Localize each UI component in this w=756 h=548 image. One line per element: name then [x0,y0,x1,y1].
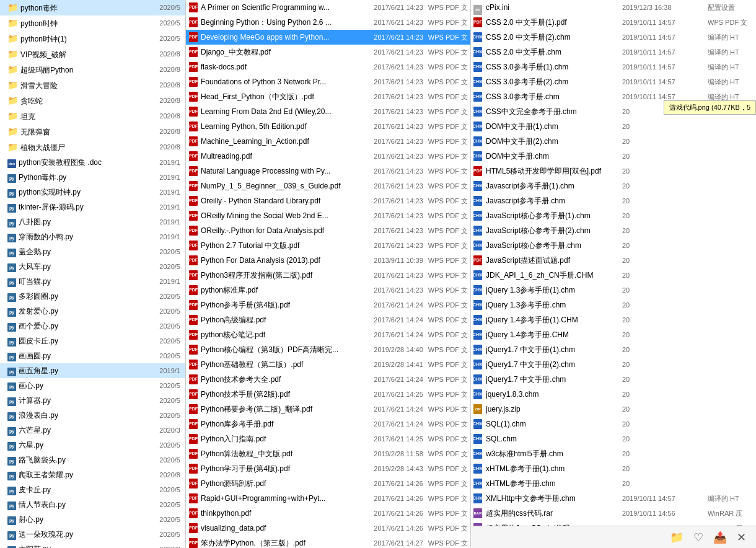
left-list-item[interactable]: py六星.py2020/5 [0,438,185,453]
right-file-row[interactable]: CHMDOM中文手册(1).chm20 [471,119,756,134]
mid-file-row[interactable]: PDFPython技术手册(第2版).pdf2017/6/21 14:25WPS… [186,387,470,402]
mid-file-row[interactable]: PDFA Primer on Scientfic Programming w..… [186,0,470,15]
left-list-item[interactable]: py画心.py2020/5 [0,378,185,393]
right-file-row[interactable]: CHMCSS 3.0参考手册(2).chm2019/10/11 14:57编译的… [471,74,756,89]
right-file-row[interactable]: CHMxHTML参考手册.chm20 [471,476,756,491]
left-list-item[interactable]: py射心.py2020/5 [0,512,185,527]
left-list-item[interactable]: py六芒星.py2020/3 [0,423,185,438]
left-list-item[interactable]: py大风车.py2020/5 [0,259,185,274]
left-list-item[interactable]: 📁植物大战僵尸2020/8 [0,139,185,155]
left-list-item[interactable]: 📁python毒炸2020/5 [0,0,185,15]
mid-file-row[interactable]: PDFflask-docs.pdf2017/6/21 14:23WPS PDF … [186,60,470,74]
mid-file-row[interactable]: PDFthinkpython.pdf2017/6/21 14:26WPS PDF… [186,506,470,521]
mid-file-row[interactable]: PDFPython 2.7 Tutorial 中文版.pdf2017/6/21 … [186,238,470,253]
left-list-item[interactable]: py路飞脑袋头.py2020/5 [0,453,185,467]
mid-file-row[interactable]: PDFNatural Language Processing with Py..… [186,164,470,179]
left-list-item[interactable]: 📁超级玛丽Python2020/8 [0,62,185,77]
right-file-row[interactable]: RAR超实用的css代码.rar2019/10/11 14:56WinRAR 压 [471,506,756,521]
right-file-row[interactable]: CHMjQuery1.7 中文手册(2).chm20 [471,357,756,372]
mid-file-row[interactable]: PDFPython技术参考大全.pdf2017/6/21 14:24WPS PD… [186,372,470,387]
right-file-row[interactable]: CHMDOM中文手册.chm20 [471,149,756,164]
right-file-row[interactable]: CHMJavascript参考手册(1).chm20 [471,179,756,193]
mid-file-row[interactable]: PDF笨办法学Python.（第三版）.pdf2017/6/21 14:27WP… [186,536,470,548]
mid-file-list[interactable]: PDFA Primer on Scientfic Programming w..… [186,0,471,548]
left-list-item[interactable]: 📁贪吃蛇2020/8 [0,93,185,108]
left-list-item[interactable]: py情人节表白.py2020/5 [0,497,185,512]
left-list-item[interactable]: py圆皮卡丘.py2020/5 [0,334,185,348]
left-list-item[interactable]: py画个爱心.py2020/5 [0,319,185,334]
left-list-item[interactable]: py计算器.py2020/5 [0,393,185,408]
left-list-item[interactable]: py发射爱心.py2020/5 [0,304,185,319]
mid-file-row[interactable]: PDFpython核心笔记.pdf2017/6/21 14:24WPS PDF … [186,327,470,342]
mid-file-row[interactable]: PDFPython基础教程（第二版）.pdf2019/2/28 14:41WPS… [186,357,470,372]
left-list-item[interactable]: py画画圆.py2020/5 [0,348,185,363]
right-file-row[interactable]: CHMCSS 2.0 中文手册.chm2019/10/11 14:57编译的 H… [471,45,756,60]
right-file-row[interactable]: CHMjQuery1.7 中文手册(1).chm20 [471,342,756,357]
left-list-item[interactable]: py送一朵玫瑰花.py2020/5 [0,527,185,542]
right-file-row[interactable]: CHMJavaScript核心参考手册(1).chm20 [471,208,756,223]
mid-file-row[interactable]: PDFPython库参考手册.pdf2017/6/21 14:24WPS PDF… [186,417,470,431]
right-file-row[interactable]: INIcPix.ini2019/12/3 16:38配置设置 [471,0,756,15]
right-file-row[interactable]: CHMxHTML参考手册(1).chm20 [471,461,756,476]
left-list-item[interactable]: py叮当猫.py2019/1 [0,274,185,289]
left-list-item[interactable]: py太阳花.py2020/3 [0,542,185,548]
right-file-row[interactable]: PDFCSS 2.0 中文手册(1).pdf2019/10/11 14:57WP… [471,15,756,30]
left-list-item[interactable]: 📁滑雪大冒险2020/8 [0,77,185,93]
mid-file-row[interactable]: PDFOReilly Mining the Social Web 2nd E..… [186,208,470,223]
mid-file-row[interactable]: PDFBeginning Python：Using Python 2.6 ...… [186,15,470,30]
mid-file-row[interactable]: PDFMultreading.pdf2017/6/21 14:23WPS PDF… [186,149,470,164]
mid-file-row[interactable]: PDFOreilly - Python Standard Library.pdf… [186,193,470,208]
left-list-item[interactable]: 📁python时钟(1)2020/5 [0,31,185,46]
left-list-item[interactable]: pypython实现时钟.py2019/1 [0,185,185,200]
left-list-item[interactable]: docpython安装教程图集 .doc2019/1 [0,155,185,170]
mid-file-row[interactable]: PDFDeveloping MeeGo apps with Python...2… [186,30,470,45]
right-file-row[interactable]: PDFHTML5移动开发即学即用[双色].pdf20 [471,164,756,179]
mid-file-row[interactable]: PDFRapid+GUI+Programming+with+Pyt...2017… [186,491,470,506]
right-file-row[interactable]: CHMJavaScript核心参考手册.chm20 [471,238,756,253]
right-file-row[interactable]: CHMJavaScript核心参考手册(2).chm20 [471,223,756,238]
mid-file-row[interactable]: PDFPython3程序开发指南(第二版).pdf2017/6/21 14:23… [186,268,470,283]
right-file-row[interactable]: CHMDOM中文手册(2).chm20 [471,134,756,149]
right-file-row[interactable]: PDFJavaScript描述面试题.pdf20 [471,253,756,268]
left-list-item[interactable]: py八卦图.py2019/1 [0,214,185,229]
mid-file-row[interactable]: PDFvisualizing_data.pdf2017/6/21 14:26WP… [186,521,470,536]
mid-file-row[interactable]: PDFPython算法教程_中文版.pdf2019/2/28 11:58WPS … [186,446,470,461]
right-file-row[interactable]: CHMjquery1.8.3.chm20 [471,387,756,402]
left-list-item[interactable]: pyPython毒炸.py2019/1 [0,170,185,185]
mid-file-row[interactable]: PDFLearning Python, 5th Edition.pdf2017/… [186,119,470,134]
close-icon[interactable]: ✕ [737,531,746,544]
left-list-item[interactable]: 📁python时钟2020/5 [0,15,185,31]
left-list-item[interactable]: py爬取王者荣耀.py2020/8 [0,467,185,482]
mid-file-row[interactable]: PDFPython For Data Analysis (2013).pdf20… [186,253,470,268]
right-file-row[interactable]: CHMJavascript参考手册.chm20 [471,193,756,208]
left-list-item[interactable]: py穿雨数的小鸭.py2019/1 [0,229,185,244]
left-list-item[interactable]: 📁VIP视频_破解2020/8 [0,46,185,62]
folder-new-icon[interactable]: 📁 [670,531,683,544]
mid-file-row[interactable]: PDFPython高级编程.pdf2017/6/21 14:24WPS PDF … [186,312,470,327]
right-file-row[interactable]: CHMw3c标准html5手册.chm20 [471,446,756,461]
left-list-item[interactable]: py皮卡丘.py2020/5 [0,482,185,497]
mid-file-row[interactable]: PDFpython标准库.pdf2017/6/21 14:23WPS PDF 文 [186,283,470,298]
right-file-row[interactable]: CHMSQL.chm20 [471,431,756,446]
right-file-row[interactable]: CHMCSS 3.0参考手册(1).chm2019/10/11 14:57编译的… [471,60,756,74]
mid-file-row[interactable]: PDFPython学习手册(第4版).pdf2019/2/28 14:43WPS… [186,461,470,476]
left-list-item[interactable]: 📁坦克2020/8 [0,108,185,124]
mid-file-row[interactable]: PDFNumPy_1_5_Beginner__039_s_Guide.pdf20… [186,179,470,193]
right-file-row[interactable]: CHMCSS 2.0 中文手册(2).chm2019/10/11 14:57编译… [471,30,756,45]
right-file-list[interactable]: 游戏代码.png (40.77KB，5INIcPix.ini2019/12/3 … [471,0,756,548]
right-file-row[interactable]: CHMjQuery 1.4参考手册(1).CHM20 [471,312,756,327]
right-file-row[interactable]: CHMjQuery 1.3参考手册(1).chm20 [471,283,756,298]
favorite-icon[interactable]: ♡ [693,531,703,544]
mid-file-row[interactable]: PDFPython核心编程（第3版）PDF高清晰完...2019/2/28 14… [186,342,470,357]
mid-file-row[interactable]: PDFPython源码剖析.pdf2017/6/21 14:26WPS PDF … [186,476,470,491]
mid-file-row[interactable]: PDFFoundations of Python 3 Network Pr...… [186,74,470,89]
right-file-row[interactable]: CHMjQuery 1.4参考手册.CHM20 [471,327,756,342]
right-file-row[interactable]: CHMJDK_API_1_6_zh_CN手册.CHM20 [471,268,756,283]
right-file-row[interactable]: CHMjQuery1.7 中文手册.chm20 [471,372,756,387]
left-list-item[interactable]: py盖企鹅.py2020/5 [0,244,185,259]
mid-file-row[interactable]: PDFHead_First_Python（中文版）.pdf2017/6/21 1… [186,89,470,104]
left-list-item[interactable]: 📁无限弹窗2020/8 [0,124,185,139]
export-icon[interactable]: 📤 [713,531,727,544]
left-list-item[interactable]: pytkinter-屏保-源码.py2019/1 [0,200,185,214]
mid-file-row[interactable]: PDFPython稀要参考(第二版)_翻译.pdf2017/6/21 14:24… [186,402,470,417]
